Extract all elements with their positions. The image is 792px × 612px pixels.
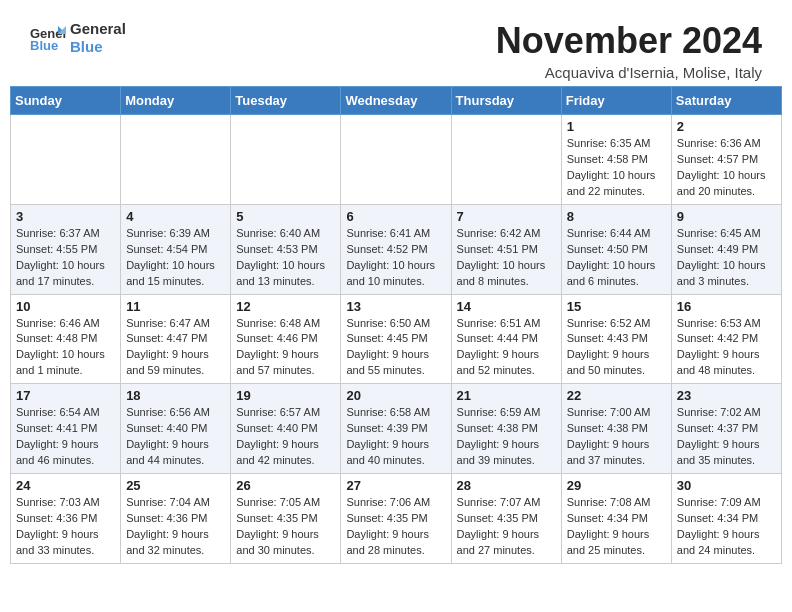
day-number: 15 — [567, 299, 666, 314]
calendar-cell: 24Sunrise: 7:03 AMSunset: 4:36 PMDayligh… — [11, 474, 121, 564]
day-info: Sunrise: 6:39 AMSunset: 4:54 PMDaylight:… — [126, 226, 225, 290]
day-number: 29 — [567, 478, 666, 493]
calendar-cell — [341, 115, 451, 205]
day-info: Sunrise: 6:56 AMSunset: 4:40 PMDaylight:… — [126, 405, 225, 469]
calendar-cell: 21Sunrise: 6:59 AMSunset: 4:38 PMDayligh… — [451, 384, 561, 474]
day-info: Sunrise: 6:52 AMSunset: 4:43 PMDaylight:… — [567, 316, 666, 380]
day-info: Sunrise: 6:35 AMSunset: 4:58 PMDaylight:… — [567, 136, 666, 200]
calendar-cell: 4Sunrise: 6:39 AMSunset: 4:54 PMDaylight… — [121, 204, 231, 294]
location: Acquaviva d'Isernia, Molise, Italy — [496, 64, 762, 81]
calendar-cell: 26Sunrise: 7:05 AMSunset: 4:35 PMDayligh… — [231, 474, 341, 564]
day-number: 27 — [346, 478, 445, 493]
day-number: 17 — [16, 388, 115, 403]
weekday-header: Tuesday — [231, 87, 341, 115]
page-header: General Blue General Blue November 2024 … — [0, 0, 792, 86]
calendar-cell: 2Sunrise: 6:36 AMSunset: 4:57 PMDaylight… — [671, 115, 781, 205]
day-number: 5 — [236, 209, 335, 224]
calendar-cell: 19Sunrise: 6:57 AMSunset: 4:40 PMDayligh… — [231, 384, 341, 474]
day-info: Sunrise: 6:37 AMSunset: 4:55 PMDaylight:… — [16, 226, 115, 290]
calendar-cell: 29Sunrise: 7:08 AMSunset: 4:34 PMDayligh… — [561, 474, 671, 564]
weekday-header: Monday — [121, 87, 231, 115]
calendar-cell: 1Sunrise: 6:35 AMSunset: 4:58 PMDaylight… — [561, 115, 671, 205]
day-info: Sunrise: 7:00 AMSunset: 4:38 PMDaylight:… — [567, 405, 666, 469]
calendar-cell: 9Sunrise: 6:45 AMSunset: 4:49 PMDaylight… — [671, 204, 781, 294]
calendar-cell: 27Sunrise: 7:06 AMSunset: 4:35 PMDayligh… — [341, 474, 451, 564]
calendar-wrapper: SundayMondayTuesdayWednesdayThursdayFrid… — [0, 86, 792, 574]
day-info: Sunrise: 6:59 AMSunset: 4:38 PMDaylight:… — [457, 405, 556, 469]
day-number: 2 — [677, 119, 776, 134]
logo-line1: General — [70, 20, 126, 38]
day-info: Sunrise: 6:42 AMSunset: 4:51 PMDaylight:… — [457, 226, 556, 290]
month-title: November 2024 — [496, 20, 762, 62]
day-number: 16 — [677, 299, 776, 314]
day-number: 8 — [567, 209, 666, 224]
day-number: 9 — [677, 209, 776, 224]
day-number: 19 — [236, 388, 335, 403]
calendar-cell: 16Sunrise: 6:53 AMSunset: 4:42 PMDayligh… — [671, 294, 781, 384]
weekday-header: Sunday — [11, 87, 121, 115]
calendar-cell: 20Sunrise: 6:58 AMSunset: 4:39 PMDayligh… — [341, 384, 451, 474]
calendar-cell: 7Sunrise: 6:42 AMSunset: 4:51 PMDaylight… — [451, 204, 561, 294]
day-info: Sunrise: 7:08 AMSunset: 4:34 PMDaylight:… — [567, 495, 666, 559]
day-number: 4 — [126, 209, 225, 224]
day-number: 1 — [567, 119, 666, 134]
day-info: Sunrise: 6:44 AMSunset: 4:50 PMDaylight:… — [567, 226, 666, 290]
day-number: 3 — [16, 209, 115, 224]
calendar-cell: 14Sunrise: 6:51 AMSunset: 4:44 PMDayligh… — [451, 294, 561, 384]
day-info: Sunrise: 6:58 AMSunset: 4:39 PMDaylight:… — [346, 405, 445, 469]
day-info: Sunrise: 6:48 AMSunset: 4:46 PMDaylight:… — [236, 316, 335, 380]
day-info: Sunrise: 7:05 AMSunset: 4:35 PMDaylight:… — [236, 495, 335, 559]
logo-icon: General Blue — [30, 24, 66, 52]
weekday-header: Saturday — [671, 87, 781, 115]
day-info: Sunrise: 6:46 AMSunset: 4:48 PMDaylight:… — [16, 316, 115, 380]
day-info: Sunrise: 6:40 AMSunset: 4:53 PMDaylight:… — [236, 226, 335, 290]
day-info: Sunrise: 7:03 AMSunset: 4:36 PMDaylight:… — [16, 495, 115, 559]
calendar-header: SundayMondayTuesdayWednesdayThursdayFrid… — [11, 87, 782, 115]
calendar-cell: 10Sunrise: 6:46 AMSunset: 4:48 PMDayligh… — [11, 294, 121, 384]
calendar-cell: 17Sunrise: 6:54 AMSunset: 4:41 PMDayligh… — [11, 384, 121, 474]
calendar-cell: 25Sunrise: 7:04 AMSunset: 4:36 PMDayligh… — [121, 474, 231, 564]
calendar-cell: 11Sunrise: 6:47 AMSunset: 4:47 PMDayligh… — [121, 294, 231, 384]
day-number: 25 — [126, 478, 225, 493]
day-info: Sunrise: 7:06 AMSunset: 4:35 PMDaylight:… — [346, 495, 445, 559]
calendar-cell: 18Sunrise: 6:56 AMSunset: 4:40 PMDayligh… — [121, 384, 231, 474]
calendar-cell: 30Sunrise: 7:09 AMSunset: 4:34 PMDayligh… — [671, 474, 781, 564]
day-number: 11 — [126, 299, 225, 314]
day-number: 10 — [16, 299, 115, 314]
day-number: 7 — [457, 209, 556, 224]
calendar-cell — [231, 115, 341, 205]
day-info: Sunrise: 6:57 AMSunset: 4:40 PMDaylight:… — [236, 405, 335, 469]
logo: General Blue General Blue — [30, 20, 126, 56]
day-number: 26 — [236, 478, 335, 493]
calendar-table: SundayMondayTuesdayWednesdayThursdayFrid… — [10, 86, 782, 564]
day-number: 13 — [346, 299, 445, 314]
day-number: 18 — [126, 388, 225, 403]
day-info: Sunrise: 7:07 AMSunset: 4:35 PMDaylight:… — [457, 495, 556, 559]
calendar-cell: 12Sunrise: 6:48 AMSunset: 4:46 PMDayligh… — [231, 294, 341, 384]
calendar-cell: 5Sunrise: 6:40 AMSunset: 4:53 PMDaylight… — [231, 204, 341, 294]
day-info: Sunrise: 6:41 AMSunset: 4:52 PMDaylight:… — [346, 226, 445, 290]
calendar-cell: 6Sunrise: 6:41 AMSunset: 4:52 PMDaylight… — [341, 204, 451, 294]
calendar-cell — [11, 115, 121, 205]
day-info: Sunrise: 6:45 AMSunset: 4:49 PMDaylight:… — [677, 226, 776, 290]
day-info: Sunrise: 7:02 AMSunset: 4:37 PMDaylight:… — [677, 405, 776, 469]
calendar-cell: 3Sunrise: 6:37 AMSunset: 4:55 PMDaylight… — [11, 204, 121, 294]
weekday-header: Wednesday — [341, 87, 451, 115]
day-number: 21 — [457, 388, 556, 403]
calendar-cell: 23Sunrise: 7:02 AMSunset: 4:37 PMDayligh… — [671, 384, 781, 474]
day-number: 30 — [677, 478, 776, 493]
day-number: 14 — [457, 299, 556, 314]
day-info: Sunrise: 6:54 AMSunset: 4:41 PMDaylight:… — [16, 405, 115, 469]
svg-text:Blue: Blue — [30, 38, 58, 52]
day-info: Sunrise: 7:04 AMSunset: 4:36 PMDaylight:… — [126, 495, 225, 559]
calendar-cell — [121, 115, 231, 205]
day-number: 28 — [457, 478, 556, 493]
day-number: 12 — [236, 299, 335, 314]
day-info: Sunrise: 6:53 AMSunset: 4:42 PMDaylight:… — [677, 316, 776, 380]
day-info: Sunrise: 6:36 AMSunset: 4:57 PMDaylight:… — [677, 136, 776, 200]
calendar-cell: 15Sunrise: 6:52 AMSunset: 4:43 PMDayligh… — [561, 294, 671, 384]
calendar-cell: 22Sunrise: 7:00 AMSunset: 4:38 PMDayligh… — [561, 384, 671, 474]
day-info: Sunrise: 6:51 AMSunset: 4:44 PMDaylight:… — [457, 316, 556, 380]
calendar-cell: 28Sunrise: 7:07 AMSunset: 4:35 PMDayligh… — [451, 474, 561, 564]
calendar-cell: 13Sunrise: 6:50 AMSunset: 4:45 PMDayligh… — [341, 294, 451, 384]
